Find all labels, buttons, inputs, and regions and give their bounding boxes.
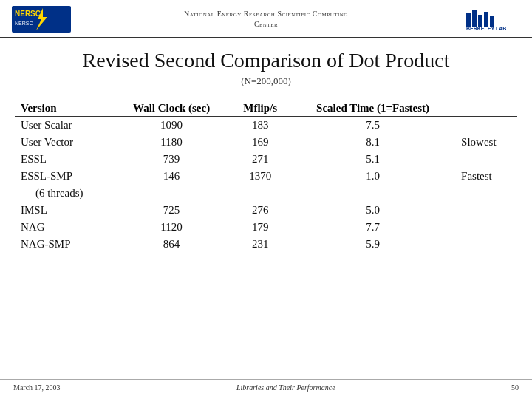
cell-version: NAG: [15, 219, 113, 236]
cell-note: Fastest: [455, 168, 517, 185]
cell-mflips: 169: [230, 134, 290, 151]
cell-scaled: 7.7: [290, 219, 455, 236]
table-row: NAG11201797.7: [15, 219, 517, 236]
table-row: IMSL7252765.0: [15, 202, 517, 219]
table-header-row: Version Wall Clock (sec) Mflip/s Scaled …: [15, 100, 517, 117]
cell-note: [455, 185, 517, 202]
cell-version: IMSL: [15, 202, 113, 219]
cell-note: [455, 151, 517, 168]
cell-scaled: 1.0: [290, 168, 455, 185]
cell-version: ESSL-SMP: [15, 168, 113, 185]
comparison-table: Version Wall Clock (sec) Mflip/s Scaled …: [15, 100, 517, 253]
cell-wall-clock: 146: [113, 168, 231, 185]
col-header-scaled: Scaled Time (1=Fastest): [290, 100, 455, 117]
col-header-wall-clock: Wall Clock (sec): [113, 100, 231, 117]
table-row: NAG-SMP8642315.9: [15, 236, 517, 253]
cell-wall-clock: 1120: [113, 219, 231, 236]
svg-rect-7: [478, 15, 482, 27]
cell-wall-clock: 725: [113, 202, 231, 219]
footer-date: March 17, 2003: [13, 383, 61, 392]
svg-rect-9: [490, 16, 494, 27]
svg-text:NERSC: NERSC: [15, 21, 33, 26]
cell-wall-clock: [113, 185, 231, 202]
cell-note: [455, 117, 517, 134]
cell-mflips: 1370: [230, 168, 290, 185]
svg-text:NERSC: NERSC: [15, 10, 41, 18]
footer-page-number: 50: [511, 383, 519, 392]
header-title-line1: National Energy Research Scientific Comp…: [83, 9, 449, 19]
page-header: NERSC NERSC National Energy Research Sci…: [0, 0, 532, 38]
cell-note: [455, 236, 517, 253]
cell-version: User Scalar: [15, 117, 113, 134]
cell-version: ESSL: [15, 151, 113, 168]
page-title: Revised Second Comparison of Dot Product: [0, 49, 532, 72]
table-row: ESSL-SMP14613701.0Fastest: [15, 168, 517, 185]
lbl-logo-area: BERKELEY LAB: [461, 6, 520, 33]
cell-note: [455, 202, 517, 219]
table-row: (6 threads): [15, 185, 517, 202]
page-footer: March 17, 2003 Libraries and Their Perfo…: [0, 379, 532, 392]
svg-rect-8: [484, 12, 488, 27]
svg-rect-5: [466, 13, 471, 27]
cell-note: [455, 219, 517, 236]
cell-scaled: 5.1: [290, 151, 455, 168]
svg-rect-6: [472, 10, 477, 27]
table-row: User Scalar10901837.5: [15, 117, 517, 134]
table-row: User Vector11801698.1Slowest: [15, 134, 517, 151]
cell-version: (6 threads): [15, 185, 113, 202]
cell-scaled: 7.5: [290, 117, 455, 134]
subtitle-text: (N=200,000): [241, 75, 291, 86]
cell-scaled: [290, 185, 455, 202]
cell-note: Slowest: [455, 134, 517, 151]
cell-mflips: 276: [230, 202, 290, 219]
main-title-area: Revised Second Comparison of Dot Product: [0, 49, 532, 72]
cell-scaled: 5.9: [290, 236, 455, 253]
cell-wall-clock: 1090: [113, 117, 231, 134]
cell-wall-clock: 864: [113, 236, 231, 253]
header-title: National Energy Research Scientific Comp…: [71, 9, 461, 30]
footer-center-text: Libraries and Their Performance: [236, 383, 335, 392]
cell-mflips: 231: [230, 236, 290, 253]
subtitle-area: (N=200,000): [0, 75, 532, 87]
col-header-mflips: Mflip/s: [230, 100, 290, 117]
cell-mflips: 271: [230, 151, 290, 168]
svg-text:BERKELEY LAB: BERKELEY LAB: [466, 26, 506, 31]
col-header-version: Version: [15, 100, 113, 117]
cell-scaled: 5.0: [290, 202, 455, 219]
cell-version: NAG-SMP: [15, 236, 113, 253]
nersc-logo-area: NERSC NERSC: [12, 6, 71, 33]
cell-version: User Vector: [15, 134, 113, 151]
cell-wall-clock: 739: [113, 151, 231, 168]
cell-mflips: 179: [230, 219, 290, 236]
cell-scaled: 8.1: [290, 134, 455, 151]
header-title-line2: Center: [83, 19, 449, 30]
col-header-notes: [455, 100, 517, 117]
cell-mflips: [230, 185, 290, 202]
cell-wall-clock: 1180: [113, 134, 231, 151]
cell-mflips: 183: [230, 117, 290, 134]
table-row: ESSL7392715.1: [15, 151, 517, 168]
